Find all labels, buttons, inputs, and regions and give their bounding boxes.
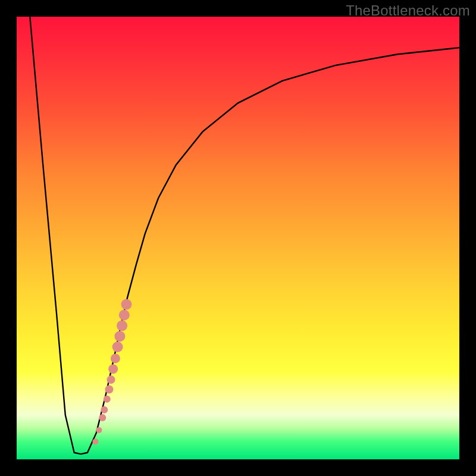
- highlight-dot: [111, 353, 120, 363]
- plot-area: [17, 17, 459, 459]
- highlight-dot: [105, 385, 114, 393]
- highlight-dot: [107, 375, 115, 384]
- watermark-text: TheBottleneck.com: [346, 2, 470, 19]
- highlight-dot: [101, 406, 108, 414]
- highlight-dot: [92, 439, 98, 444]
- highlight-dot: [108, 364, 118, 374]
- chart-svg: [17, 17, 459, 459]
- bottleneck-curve: [30, 17, 459, 454]
- highlight-dot: [99, 414, 106, 421]
- highlight-dot: [119, 310, 130, 321]
- highlight-dot: [117, 320, 127, 331]
- highlight-dot: [121, 299, 132, 310]
- highlight-dot: [96, 427, 102, 433]
- chart-frame: TheBottleneck.com: [0, 0, 476, 476]
- highlight-dot: [104, 396, 111, 403]
- highlight-dot: [114, 331, 125, 342]
- highlight-dot: [112, 342, 123, 352]
